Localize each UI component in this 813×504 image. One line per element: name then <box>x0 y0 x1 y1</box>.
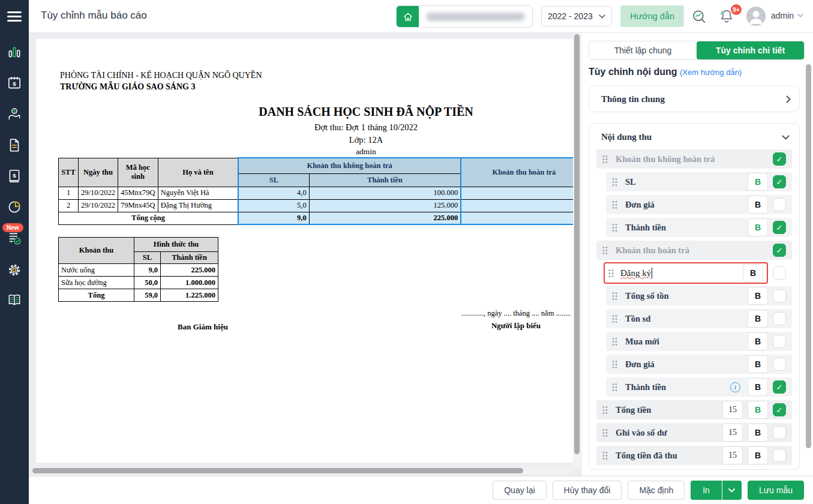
visibility-checkbox[interactable] <box>773 289 786 302</box>
search-report-button[interactable] <box>690 8 708 26</box>
sidebar-item-reports[interactable] <box>7 199 22 215</box>
visibility-checkbox[interactable]: ✓ <box>773 175 786 188</box>
drag-handle-icon[interactable] <box>602 246 608 255</box>
visibility-checkbox[interactable] <box>773 449 786 462</box>
visibility-checkbox[interactable] <box>773 335 786 348</box>
bold-toggle-button[interactable]: B <box>748 173 768 191</box>
bold-toggle-button[interactable]: B <box>748 378 768 396</box>
bold-toggle-button[interactable]: B <box>748 446 768 464</box>
visibility-checkbox[interactable] <box>773 312 786 325</box>
field-row-thanh-tien[interactable]: Thành tiền B ✓ <box>606 218 792 237</box>
field-row-don-gia-2[interactable]: Đơn giá B <box>606 355 792 374</box>
school-selector[interactable] <box>396 5 533 28</box>
panel-vertical-scrollbar[interactable] <box>806 64 811 481</box>
drag-handle-icon[interactable] <box>602 406 608 415</box>
font-size-input[interactable]: 15 <box>722 401 743 419</box>
visibility-checkbox[interactable] <box>773 266 786 280</box>
visibility-checkbox[interactable] <box>773 198 786 211</box>
sidebar-item-fee-calendar[interactable]: $ <box>7 75 22 91</box>
field-row-thanh-tien-2[interactable]: Thành tiền i B ✓ <box>606 377 792 397</box>
field-row-tong-so-ton[interactable]: Tổng số tồn B <box>606 286 792 305</box>
bold-toggle-button[interactable]: B <box>748 401 768 419</box>
rename-input[interactable]: Đăng ký <box>620 268 738 278</box>
t1-cell-stt: 2 <box>59 199 79 212</box>
drag-handle-icon[interactable] <box>612 200 618 209</box>
drag-handle-icon[interactable] <box>612 337 618 346</box>
bold-toggle-button[interactable]: B <box>748 310 768 328</box>
visibility-checkbox[interactable]: ✓ <box>773 221 786 234</box>
t1-cell-amount: 125.000 <box>309 199 461 212</box>
drag-handle-icon[interactable] <box>612 223 618 232</box>
menu-toggle-button[interactable] <box>0 0 29 33</box>
bold-toggle-button[interactable]: B <box>748 424 768 442</box>
sidebar-item-dashboard[interactable] <box>7 44 22 60</box>
sidebar-item-library[interactable] <box>7 292 22 308</box>
visibility-checkbox[interactable]: ✓ <box>773 403 786 416</box>
field-row-ghi-vao-so-du[interactable]: Ghi vào số dư 15 B <box>596 423 792 442</box>
user-menu[interactable]: admin <box>771 11 803 20</box>
tab-general-settings[interactable]: Thiết lập chung <box>589 41 697 59</box>
section-general-info[interactable]: Thông tin chung <box>589 86 800 112</box>
view-guide-link[interactable]: (Xem hướng dẫn) <box>680 68 742 77</box>
home-button[interactable] <box>397 5 419 28</box>
drag-handle-icon[interactable] <box>612 292 618 301</box>
t1-cell-name: Đặng Thị Hường <box>158 199 238 212</box>
drag-handle-icon[interactable] <box>608 269 614 278</box>
report-creator: admin <box>36 147 581 157</box>
save-template-button[interactable]: Lưu mẫu <box>748 481 804 500</box>
drag-handle-icon[interactable] <box>602 155 608 164</box>
avatar[interactable] <box>746 7 766 26</box>
sidebar-item-collection[interactable]: $ <box>7 106 22 122</box>
visibility-checkbox[interactable]: ✓ <box>773 244 786 257</box>
print-dropdown-button[interactable] <box>722 481 742 500</box>
visibility-checkbox[interactable]: ✓ <box>773 380 786 394</box>
field-row-mua-moi[interactable]: Mua mới B <box>606 332 792 351</box>
notifications-button[interactable]: 9+ <box>718 7 738 28</box>
group-row-refund[interactable]: Khoản thu hoàn trả ✓ <box>596 241 792 260</box>
info-icon[interactable]: i <box>730 382 740 392</box>
field-row-sl[interactable]: SL B ✓ <box>606 172 792 191</box>
bold-toggle-button[interactable]: B <box>748 287 768 305</box>
drag-handle-icon[interactable] <box>612 178 618 187</box>
report-class: Lớp: 12A <box>36 135 581 145</box>
bold-toggle-button[interactable]: B <box>748 218 768 236</box>
guide-button[interactable]: Hướng dẫn <box>620 5 684 27</box>
field-row-dang-ky-editing[interactable]: Đăng ký B <box>606 263 792 283</box>
field-row-ton-sd[interactable]: Tồn sd B <box>606 309 792 328</box>
sidebar-item-ledger[interactable]: $ <box>7 168 22 184</box>
bold-toggle-button[interactable]: B <box>748 332 768 350</box>
t1-header-nonrefund-group: Khoản thu không hoàn trả <box>238 158 461 173</box>
tab-detail-customize[interactable]: Tùy chỉnh chi tiết <box>697 41 804 59</box>
chevron-right-icon <box>786 95 791 103</box>
sidebar-item-settings[interactable] <box>7 262 22 278</box>
print-button[interactable]: In <box>691 481 722 500</box>
sidebar-item-new-reports[interactable] <box>7 230 22 246</box>
cancel-changes-button[interactable]: Hủy thay đổi <box>553 481 622 500</box>
preview-vertical-scrollbar[interactable] <box>573 33 581 469</box>
field-row-tong-tien-da-thu[interactable]: Tổng tiền đã thu 15 B <box>596 446 792 465</box>
bar-chart-icon <box>7 44 22 60</box>
drag-handle-icon[interactable] <box>612 314 618 323</box>
school-year-dropdown[interactable]: 2022 - 2023 <box>541 6 612 26</box>
section-content-header[interactable]: Nội dung thu <box>596 131 792 142</box>
drag-handle-icon[interactable] <box>612 360 618 369</box>
drag-handle-icon[interactable] <box>612 383 618 392</box>
bold-toggle-button[interactable]: B <box>748 196 768 214</box>
sidebar-item-documents[interactable] <box>7 137 22 153</box>
preview-horizontal-scrollbar[interactable] <box>32 467 572 474</box>
default-button[interactable]: Mặc định <box>628 481 685 500</box>
back-button[interactable]: Quay lại <box>493 481 546 500</box>
field-row-tong-tien[interactable]: Tổng tiền 15 B ✓ <box>596 400 792 419</box>
bold-toggle-button[interactable]: B <box>748 355 768 373</box>
drag-handle-icon[interactable] <box>602 451 608 460</box>
font-size-input[interactable]: 15 <box>722 446 743 464</box>
field-row-don-gia[interactable]: Đơn giá B <box>606 195 792 214</box>
visibility-checkbox[interactable]: ✓ <box>773 152 786 166</box>
group-row-nonrefund[interactable]: Khoản thu không hoàn trả ✓ <box>596 149 792 169</box>
visibility-checkbox[interactable] <box>773 426 786 439</box>
visibility-checkbox[interactable] <box>773 358 786 371</box>
chevron-down-icon <box>728 488 735 493</box>
font-size-input[interactable]: 15 <box>722 424 743 442</box>
drag-handle-icon[interactable] <box>602 428 608 437</box>
bold-toggle-button[interactable]: B <box>743 264 763 282</box>
